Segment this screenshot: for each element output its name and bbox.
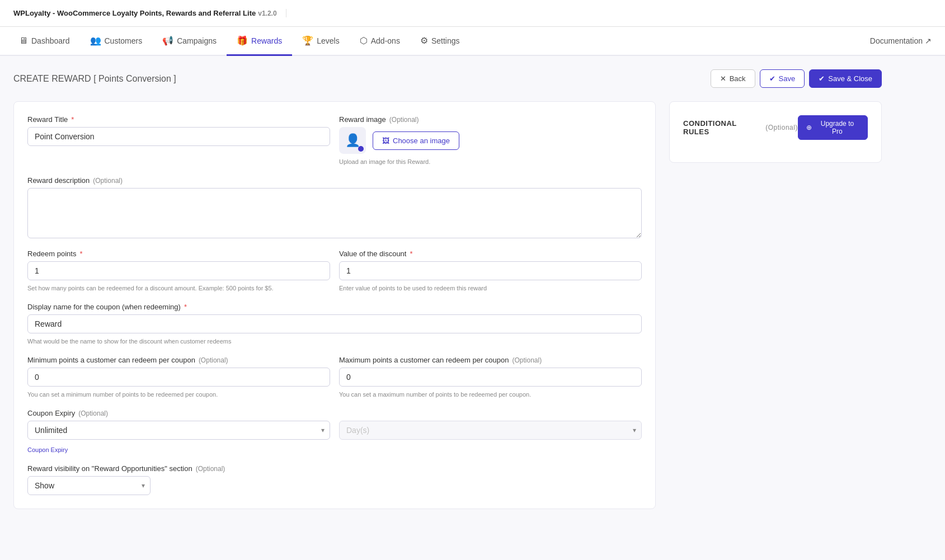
panel-title: CONDITIONAL RULES (Optional) <box>683 119 798 136</box>
settings-icon: ⚙ <box>420 35 428 46</box>
conditional-rules-panel: CONDITIONAL RULES (Optional) ⊕ Upgrade t… <box>669 101 882 163</box>
min-points-label: Minimum points a customer can redeem per… <box>27 356 330 364</box>
nav-item-rewards[interactable]: 🎁 Rewards <box>227 27 292 56</box>
save-close-label: Save & Close <box>828 74 872 83</box>
description-optional: (Optional) <box>93 177 123 185</box>
main-nav: 🖥 Dashboard 👥 Customers 📢 Campaigns 🎁 Re… <box>0 27 945 56</box>
image-icon: 🖼 <box>382 137 389 145</box>
row-min-max-points: Minimum points a customer can redeem per… <box>27 356 642 398</box>
save-icon: ✔ <box>769 74 775 83</box>
visibility-select-wrapper: Show Hide ▾ <box>27 476 151 495</box>
group-discount-value: Value of the discount * Enter value of p… <box>339 250 642 291</box>
reward-image-label: Reward image (Optional) <box>339 115 642 124</box>
customers-icon: 👥 <box>90 35 101 46</box>
choose-image-label: Choose an image <box>393 137 450 145</box>
nav-item-addons[interactable]: ⬡ Add-ons <box>350 27 410 56</box>
discount-required: * <box>410 250 412 258</box>
coupon-expiry-label-text: Coupon Expiry <box>27 409 75 417</box>
right-panel: CONDITIONAL RULES (Optional) ⊕ Upgrade t… <box>669 101 882 509</box>
required-marker: * <box>71 115 74 124</box>
coupon-display-label: Display name for the coupon (when redeem… <box>27 303 642 311</box>
reward-title-label-text: Reward Title <box>27 115 68 124</box>
coupon-display-input[interactable] <box>27 314 642 333</box>
upgrade-to-pro-button[interactable]: ⊕ Upgrade to Pro <box>798 115 868 140</box>
choose-image-button[interactable]: 🖼 Choose an image <box>373 131 459 150</box>
levels-icon: 🏆 <box>302 35 313 46</box>
nav-label-settings: Settings <box>431 36 460 45</box>
back-button[interactable]: ✕ Back <box>711 69 755 88</box>
discount-value-label: Value of the discount * <box>339 250 642 258</box>
max-points-label: Maximum points a customer can redeem per… <box>339 356 642 364</box>
expiry-optional: (Optional) <box>78 410 108 417</box>
nav-item-dashboard[interactable]: 🖥 Dashboard <box>9 27 80 56</box>
expiry-hint: Coupon Expiry <box>27 446 642 453</box>
back-icon: ✕ <box>720 74 726 83</box>
group-redeem-points: Redeem points * Set how many points can … <box>27 250 330 291</box>
min-points-hint: You can set a minimum number of points t… <box>27 391 330 398</box>
max-points-label-text: Maximum points a customer can redeem per… <box>339 356 509 364</box>
max-points-input[interactable] <box>339 368 642 387</box>
conditional-rules-title: CONDITIONAL RULES <box>683 119 762 136</box>
coupon-display-required: * <box>184 303 187 311</box>
nav-item-settings[interactable]: ⚙ Settings <box>410 27 470 56</box>
docs-link[interactable]: Documentation ↗ <box>866 27 936 55</box>
upload-hint: Upload an image for this Reward. <box>339 158 642 165</box>
save-close-button[interactable]: ✔ Save & Close <box>809 69 882 88</box>
expiry-type-select[interactable]: Unlimited Days Weeks Months <box>27 421 330 440</box>
image-optional-label: (Optional) <box>389 116 419 124</box>
redeem-points-label: Redeem points * <box>27 250 330 258</box>
save-close-icon: ✔ <box>819 74 825 83</box>
reward-title-label: Reward Title * <box>27 115 330 124</box>
image-preview: 👤 <box>339 127 366 154</box>
dashboard-icon: 🖥 <box>19 36 28 46</box>
nav-item-customers[interactable]: 👥 Customers <box>80 27 153 56</box>
description-textarea[interactable] <box>27 188 642 238</box>
redeem-points-hint: Set how many points can be redeemed for … <box>27 285 330 291</box>
redeem-points-input[interactable] <box>27 261 330 280</box>
save-button[interactable]: ✔ Save <box>760 69 805 88</box>
panel-header: CONDITIONAL RULES (Optional) ⊕ Upgrade t… <box>683 115 868 140</box>
expiry-days-wrapper: Day(s) ▾ <box>339 421 642 440</box>
row-title-image: Reward Title * Reward image (Optional) � <box>27 115 642 165</box>
create-reward-label: CREATE REWARD <box>13 74 91 83</box>
image-placeholder-icon: 👤 <box>345 133 360 148</box>
visibility-label: Reward visibility on "Reward Opportuniti… <box>27 464 642 473</box>
reward-type-label: [ Points Conversion ] <box>93 74 176 83</box>
reward-image-label-text: Reward image <box>339 115 386 124</box>
nav-label-levels: Levels <box>317 36 339 45</box>
main-layout: Reward Title * Reward image (Optional) � <box>13 101 882 509</box>
group-reward-image: Reward image (Optional) 👤 🖼 Choose an im… <box>339 115 642 165</box>
discount-value-input[interactable] <box>339 261 642 280</box>
nav-item-levels[interactable]: 🏆 Levels <box>292 27 349 56</box>
app-version: v1.2.0 <box>258 10 276 17</box>
discount-value-hint: Enter value of points to be used to rede… <box>339 285 642 291</box>
min-optional: (Optional) <box>199 356 228 364</box>
group-coupon-expiry: Coupon Expiry (Optional) Unlimited Days … <box>27 409 642 453</box>
discount-value-label-text: Value of the discount <box>339 250 406 258</box>
group-reward-title: Reward Title * <box>27 115 330 165</box>
upgrade-label: Upgrade to Pro <box>815 120 859 135</box>
nav-label-campaigns: Campaigns <box>177 36 217 45</box>
reward-title-input[interactable] <box>27 127 330 146</box>
addons-icon: ⬡ <box>360 35 368 46</box>
save-label: Save <box>779 74 796 83</box>
coupon-display-hint: What would be the name to show for the d… <box>27 338 642 345</box>
expiry-days-select[interactable]: Day(s) <box>339 421 642 440</box>
redeem-points-label-text: Redeem points <box>27 250 76 258</box>
nav-label-customers: Customers <box>105 36 143 45</box>
group-max-points: Maximum points a customer can redeem per… <box>339 356 642 398</box>
coupon-display-label-text: Display name for the coupon (when redeem… <box>27 303 181 311</box>
group-coupon-display: Display name for the coupon (when redeem… <box>27 303 642 345</box>
visibility-select[interactable]: Show Hide <box>27 476 151 495</box>
nav-item-campaigns[interactable]: 📢 Campaigns <box>152 27 227 56</box>
group-visibility: Reward visibility on "Reward Opportuniti… <box>27 464 642 495</box>
page-header: CREATE REWARD [ Points Conversion ] ✕ Ba… <box>13 69 882 88</box>
main-form: Reward Title * Reward image (Optional) � <box>13 101 656 509</box>
min-points-input[interactable] <box>27 368 330 387</box>
image-upload-area: 👤 🖼 Choose an image <box>339 127 642 154</box>
plus-icon: ⊕ <box>806 124 812 131</box>
external-link-icon: ↗ <box>925 36 932 45</box>
visibility-optional: (Optional) <box>196 465 225 473</box>
nav-label-dashboard: Dashboard <box>31 36 70 45</box>
group-description: Reward description (Optional) <box>27 176 642 238</box>
